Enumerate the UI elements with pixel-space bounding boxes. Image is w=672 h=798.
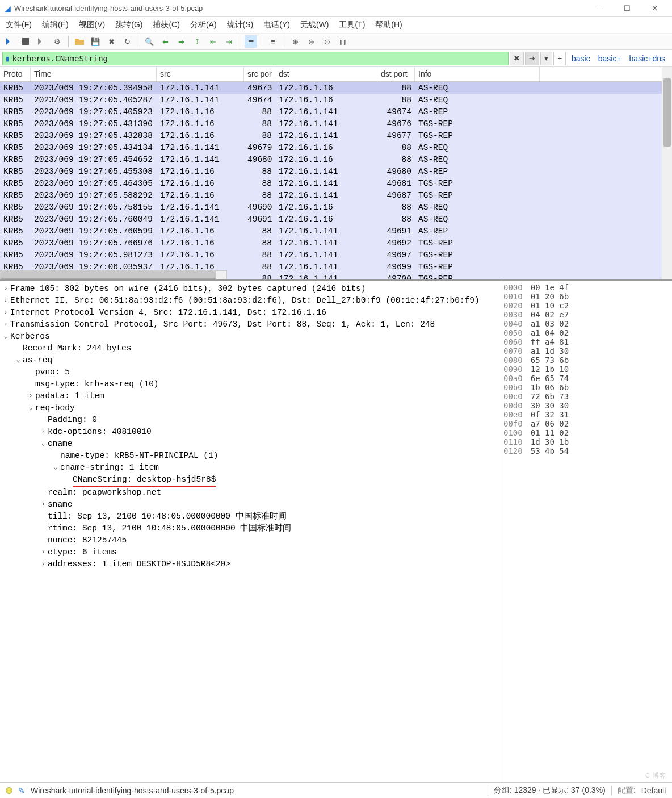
open-file-icon[interactable] xyxy=(73,35,86,48)
capture-file-properties-icon[interactable]: ✎ xyxy=(18,786,25,795)
packet-row[interactable]: KRB52023/069 19:27:05.455308172.16.1.168… xyxy=(0,165,662,177)
twisty-icon[interactable]: › xyxy=(1,283,10,295)
column-header-dst[interactable]: dst xyxy=(275,67,377,81)
hex-row[interactable]: 010001 11 02 xyxy=(503,428,671,437)
tree-row[interactable]: ⌄as-req xyxy=(1,354,501,366)
tree-row[interactable]: ⌄cname-string: 1 item xyxy=(1,462,501,474)
close-button[interactable]: ✕ xyxy=(641,1,667,16)
tree-row[interactable]: ⌄Kerberos xyxy=(1,331,501,342)
expert-info-icon[interactable] xyxy=(6,787,12,794)
packet-list[interactable]: ProtoTimesrcsrc pordstdst portInfo KRB52… xyxy=(0,67,662,279)
hex-row[interactable]: 003004 02 e7 xyxy=(503,310,671,319)
twisty-icon[interactable]: › xyxy=(1,295,10,307)
twisty-icon[interactable]: ⌄ xyxy=(14,354,23,366)
colorize-icon[interactable]: ≡ xyxy=(267,35,279,48)
hex-row[interactable]: 00a06e 65 74 xyxy=(503,374,671,383)
twisty-icon[interactable]: ⌄ xyxy=(39,438,48,450)
twisty-icon[interactable]: ⌄ xyxy=(51,462,60,474)
maximize-button[interactable]: ☐ xyxy=(614,1,640,16)
twisty-icon[interactable]: › xyxy=(39,426,48,438)
packet-row[interactable]: KRB52023/069 19:27:05.405923172.16.1.168… xyxy=(0,106,662,118)
menu-item[interactable]: 帮助(H) xyxy=(375,20,402,30)
tree-row[interactable]: CNameString: desktop-hsjd5r8$ xyxy=(1,474,501,487)
hex-row[interactable]: 0050a1 04 02 xyxy=(503,328,671,337)
packet-row[interactable]: KRB52023/069 19:27:05.431390172.16.1.168… xyxy=(0,118,662,129)
tree-row[interactable]: ›etype: 6 items xyxy=(1,546,501,558)
go-back-icon[interactable]: ⬅ xyxy=(159,35,171,48)
status-profile-value[interactable]: Default xyxy=(641,786,666,795)
hex-row[interactable]: 00d030 30 30 xyxy=(503,401,671,410)
tree-row[interactable]: ›sname xyxy=(1,499,501,511)
hex-row[interactable]: 001001 20 6b xyxy=(503,292,671,301)
tree-row[interactable]: ›kdc-options: 40810010 xyxy=(1,426,501,438)
hex-row[interactable]: 0060ff a4 81 xyxy=(503,337,671,346)
twisty-icon[interactable]: › xyxy=(39,499,48,511)
add-filter-button[interactable]: + xyxy=(553,52,566,65)
twisty-icon[interactable]: › xyxy=(39,558,48,570)
hex-row[interactable]: 0040a1 03 02 xyxy=(503,319,671,328)
packet-row[interactable]: KRB52023/069 19:27:05.760049172.16.1.141… xyxy=(0,213,662,225)
start-capture-icon[interactable] xyxy=(3,35,16,48)
hex-row[interactable]: 00c072 6b 73 xyxy=(503,392,671,401)
hex-row[interactable]: 0070a1 1d 30 xyxy=(503,346,671,356)
packet-row[interactable]: KRB52023/069 19:27:05.981273172.16.1.168… xyxy=(0,249,662,261)
tree-row[interactable]: name-type: kRB5-NT-PRINCIPAL (1) xyxy=(1,450,501,462)
display-filter-input[interactable]: ▮ kerberos.CNameString xyxy=(2,52,509,65)
packet-row[interactable]: KRB52023/069 19:27:05.766976172.16.1.168… xyxy=(0,237,662,249)
hex-row[interactable]: 002001 10 c2 xyxy=(503,301,671,310)
close-file-icon[interactable]: ✖ xyxy=(105,35,117,48)
save-file-icon[interactable]: 💾 xyxy=(89,35,102,48)
packet-list-hscroll[interactable] xyxy=(0,270,227,279)
menu-item[interactable]: 文件(F) xyxy=(6,20,32,30)
menu-item[interactable]: 分析(A) xyxy=(190,20,217,30)
tree-row[interactable]: ›Frame 105: 302 bytes on wire (2416 bits… xyxy=(1,283,501,295)
packet-row[interactable]: KRB52023/069 19:27:05.434134172.16.1.141… xyxy=(0,141,662,153)
tree-row[interactable]: Padding: 0 xyxy=(1,414,501,426)
column-header-srcport[interactable]: src por xyxy=(244,67,275,81)
filter-link[interactable]: basic+dns xyxy=(629,54,665,63)
tree-row[interactable]: pvno: 5 xyxy=(1,366,501,378)
packet-row[interactable]: KRB52023/069 19:27:05.454652172.16.1.141… xyxy=(0,153,662,165)
packet-row[interactable]: KRB52023/069 19:27:05.588292172.16.1.168… xyxy=(0,189,662,201)
packet-bytes-pane[interactable]: 000000 1e 4f001001 20 6b002001 10 c20030… xyxy=(502,281,672,782)
hex-row[interactable]: 008065 73 6b xyxy=(503,356,671,365)
twisty-icon[interactable]: ⌄ xyxy=(1,331,10,342)
tree-row[interactable]: ›padata: 1 item xyxy=(1,390,501,402)
go-to-packet-icon[interactable]: ⤴ xyxy=(191,35,203,48)
capture-options-icon[interactable]: ⚙ xyxy=(51,35,64,48)
column-header-proto[interactable]: Proto xyxy=(0,67,31,81)
tree-row[interactable]: nonce: 821257445 xyxy=(1,534,501,546)
menu-item[interactable]: 视图(V) xyxy=(79,20,106,30)
hex-row[interactable]: 00e00f 32 31 xyxy=(503,410,671,419)
zoom-out-icon[interactable]: ⊖ xyxy=(305,35,317,48)
go-first-icon[interactable]: ⇤ xyxy=(207,35,219,48)
filter-dropdown-button[interactable]: ▾ xyxy=(540,52,552,65)
twisty-icon[interactable]: ⌄ xyxy=(26,402,35,414)
filter-link[interactable]: basic xyxy=(572,54,590,63)
packet-row[interactable]: KRB52023/069 19:27:05.405287172.16.1.141… xyxy=(0,94,662,106)
column-header-dstport[interactable]: dst port xyxy=(377,67,415,81)
apply-filter-button[interactable]: ➔ xyxy=(525,52,539,65)
find-icon[interactable]: 🔍 xyxy=(143,35,156,48)
menu-item[interactable]: 捕获(C) xyxy=(153,20,179,30)
menu-item[interactable]: 跳转(G) xyxy=(115,20,142,30)
column-header-time[interactable]: Time xyxy=(31,67,157,81)
packet-row[interactable]: KRB52023/069 19:27:05.394958172.16.1.141… xyxy=(0,82,662,94)
tree-row[interactable]: ›Ethernet II, Src: 00:51:8a:93:d2:f6 (00… xyxy=(1,295,501,307)
menu-item[interactable]: 无线(W) xyxy=(300,20,329,30)
packet-row[interactable]: KRB52023/069 19:27:05.760599172.16.1.168… xyxy=(0,225,662,237)
packet-row[interactable]: KRB52023/069 19:27:05.758155172.16.1.141… xyxy=(0,201,662,213)
menu-item[interactable]: 编辑(E) xyxy=(42,20,69,30)
tree-row[interactable]: rtime: Sep 13, 2100 10:48:05.000000000 中… xyxy=(1,523,501,534)
go-last-icon[interactable]: ⇥ xyxy=(222,35,235,48)
tree-row[interactable]: realm: pcapworkshop.net xyxy=(1,487,501,499)
packet-list-vscroll[interactable] xyxy=(662,67,672,279)
tree-row[interactable]: msg-type: krb-as-req (10) xyxy=(1,378,501,390)
hex-row[interactable]: 000000 1e 4f xyxy=(503,283,671,292)
tree-row[interactable]: ›addresses: 1 item DESKTOP-HSJD5R8<20> xyxy=(1,558,501,570)
menu-item[interactable]: 统计(S) xyxy=(227,20,254,30)
tree-row[interactable]: till: Sep 13, 2100 10:48:05.000000000 中国… xyxy=(1,511,501,523)
tree-row[interactable]: ⌄req-body xyxy=(1,402,501,414)
hex-row[interactable]: 012053 4b 54 xyxy=(503,446,671,456)
hex-row[interactable]: 009012 1b 10 xyxy=(503,365,671,374)
